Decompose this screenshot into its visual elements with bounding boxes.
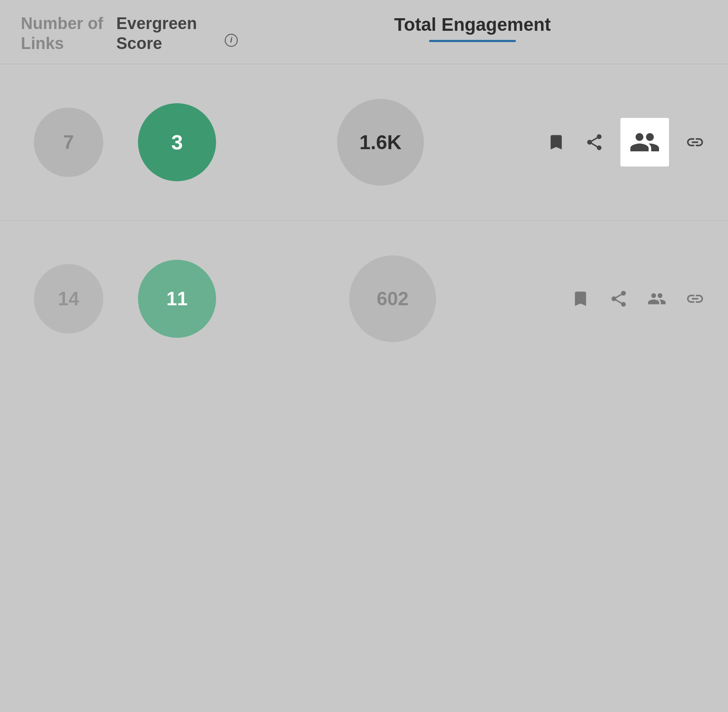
main-container: Number of Links Evergreen Score i Total … [0, 0, 728, 712]
link-icon[interactable] [683, 130, 707, 154]
audience-icon[interactable] [620, 118, 669, 167]
table-row: 14 11 602 [0, 221, 728, 377]
cell-engagement-1: 1.6K [238, 99, 523, 186]
header-links-label: Number of Links [21, 14, 103, 63]
links-badge-2: 14 [34, 264, 103, 333]
audience-icon[interactable] [645, 287, 669, 311]
action-icons-row-1 [544, 118, 707, 167]
cell-links-1: 7 [21, 108, 116, 177]
table-row: 7 3 1.6K [0, 64, 728, 221]
cell-evergreen-1: 3 [116, 103, 238, 181]
cell-engagement-2: 602 [238, 255, 548, 342]
bookmark-icon[interactable] [544, 130, 568, 154]
header-col-evergreen: Evergreen Score i [116, 14, 238, 64]
share-icon[interactable] [582, 130, 607, 154]
header-col-links: Number of Links [21, 14, 116, 53]
cell-links-2: 14 [21, 264, 116, 333]
header-engagement-label: Total Engagement [394, 14, 551, 36]
evergreen-badge-1: 3 [138, 103, 216, 181]
engagement-badge-2: 602 [349, 255, 436, 342]
link-icon[interactable] [683, 287, 707, 311]
links-badge-1: 7 [34, 108, 103, 177]
active-tab-underline [429, 40, 516, 42]
action-icons-row-2 [568, 287, 707, 311]
cell-evergreen-2: 11 [116, 260, 238, 338]
bookmark-icon[interactable] [568, 287, 593, 311]
header-evergreen-label: Evergreen Score [116, 14, 222, 64]
evergreen-badge-2: 11 [138, 260, 216, 338]
table-header: Number of Links Evergreen Score i Total … [0, 0, 728, 64]
share-icon[interactable] [607, 287, 631, 311]
header-col-engagement: Total Engagement [238, 14, 707, 42]
evergreen-info-icon[interactable]: i [225, 34, 238, 47]
engagement-badge-1: 1.6K [337, 99, 424, 186]
